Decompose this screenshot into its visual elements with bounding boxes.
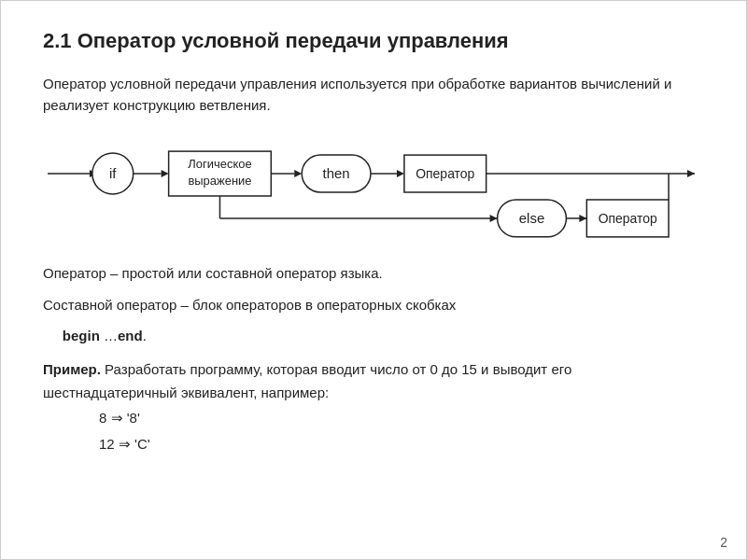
begin-keyword: begin xyxy=(63,328,100,343)
example-text: Разработать программу, которая вводит чи… xyxy=(43,361,571,401)
example-lines: 8 ⇒ '8' 12 ⇒ 'C' xyxy=(99,405,704,458)
example-prefix: Пример. xyxy=(43,361,101,377)
svg-marker-10 xyxy=(397,170,404,177)
body-line1: Оператор – простой или составной операто… xyxy=(43,261,704,286)
else-label: else xyxy=(519,210,544,226)
body-line3: begin …end. xyxy=(43,324,704,348)
if-label: if xyxy=(109,165,117,181)
slide-title: 2.1 Оператор условной передачи управлени… xyxy=(43,29,704,53)
logical-line1: Логическое xyxy=(188,157,251,171)
operator2-label: Оператор xyxy=(599,211,657,226)
svg-marker-4 xyxy=(162,170,169,177)
svg-marker-16 xyxy=(490,215,498,222)
page-number: 2 xyxy=(720,535,727,550)
logical-line2: выражение xyxy=(188,174,251,188)
diagram-svg: if Логическое выражение then Оператор xyxy=(43,134,704,246)
intro-text: Оператор условной передачи управления ис… xyxy=(43,74,704,116)
svg-marker-7 xyxy=(294,170,302,177)
diagram-container: if Логическое выражение then Оператор xyxy=(43,134,704,246)
svg-marker-19 xyxy=(579,215,586,222)
body-line2: Составной оператор – блок операторов в о… xyxy=(43,293,704,317)
svg-marker-13 xyxy=(687,170,695,177)
then-label: then xyxy=(323,165,350,181)
example-line1: 8 ⇒ '8' xyxy=(99,405,704,432)
example-section: Пример. Разработать программу, которая в… xyxy=(43,357,704,405)
end-keyword: end xyxy=(118,328,143,343)
example-line2: 12 ⇒ 'C' xyxy=(99,431,704,458)
operator1-label: Оператор xyxy=(416,166,474,181)
slide: 2.1 Оператор условной передачи управлени… xyxy=(0,0,747,560)
